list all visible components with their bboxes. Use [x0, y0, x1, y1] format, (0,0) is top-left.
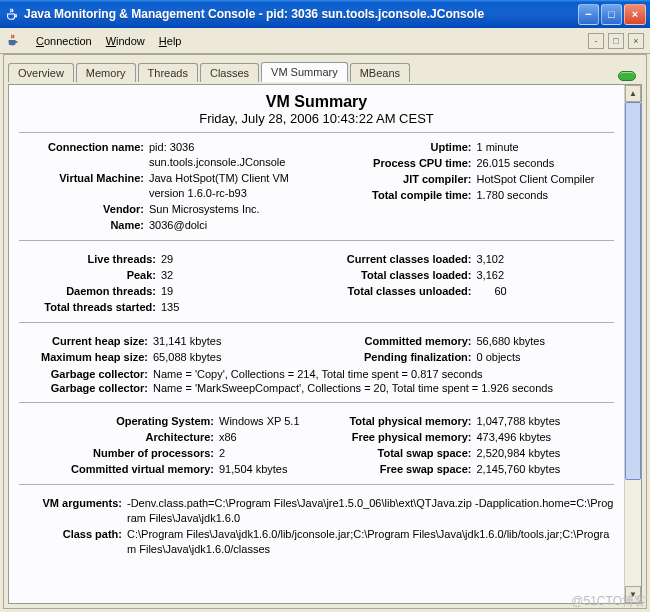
menubar: Connection Window Help - □ × — [0, 28, 650, 54]
minimize-button[interactable]: − — [578, 4, 599, 25]
internal-minimize-button[interactable]: - — [588, 33, 604, 49]
internal-close-button[interactable]: × — [628, 33, 644, 49]
internal-restore-button[interactable]: □ — [608, 33, 624, 49]
java-app-icon — [4, 6, 20, 22]
window-titlebar: Java Monitoring & Management Console - p… — [0, 0, 650, 28]
maximize-button[interactable]: □ — [601, 4, 622, 25]
menu-connection[interactable]: Connection — [30, 32, 98, 50]
menu-help[interactable]: Help — [153, 32, 188, 50]
java-menu-icon — [6, 33, 22, 49]
close-button[interactable]: × — [624, 4, 646, 25]
window-title: Java Monitoring & Management Console - p… — [24, 7, 578, 21]
menu-window[interactable]: Window — [100, 32, 151, 50]
